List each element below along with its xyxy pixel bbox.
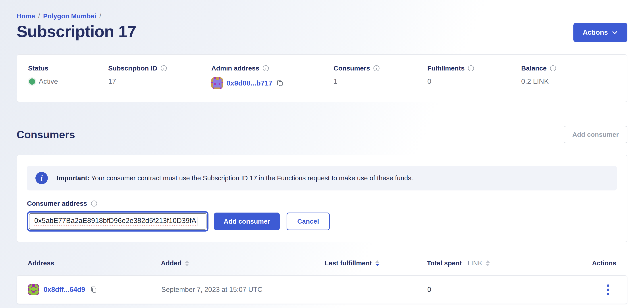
info-icon[interactable] xyxy=(262,65,269,72)
consumer-table-row: 0x8dff...64d9 September 7, 2023 at 15:07… xyxy=(16,275,628,304)
subscription-id-value: 17 xyxy=(108,77,116,86)
sort-icon-active-desc xyxy=(375,260,379,266)
consumer-address-label-text: Consumer address xyxy=(27,200,87,207)
notice-text: Important: Your consumer contract must u… xyxy=(57,174,413,182)
column-header-actions-label: Actions xyxy=(592,259,616,267)
overview-grid: Status Active Subscription ID 17 Admin a… xyxy=(28,64,616,89)
actions-button-label: Actions xyxy=(583,28,608,36)
consumer-address-label: Consumer address xyxy=(27,200,617,207)
consumer-address-input[interactable]: 0x5abE77Ba2aE8918bfD96e2e382d5f213f10D39… xyxy=(29,213,206,230)
info-icon[interactable] xyxy=(91,200,97,207)
status-label: Status xyxy=(28,64,108,72)
column-header-address-label: Address xyxy=(28,259,54,267)
consumer-address-input-value: 0x5abE77Ba2aE8918bfD96e2e382d5f213f10D39… xyxy=(34,217,196,226)
info-icon[interactable] xyxy=(373,65,380,72)
copy-icon[interactable] xyxy=(276,79,284,87)
balance-value: 0.2 LINK xyxy=(521,77,549,86)
breadcrumb: Home / Polygon Mumbai / xyxy=(16,12,628,20)
status-value-text: Active xyxy=(39,77,58,86)
notice-bold-text: Important: xyxy=(57,174,90,182)
copy-icon[interactable] xyxy=(90,286,98,294)
consumer-address-cell: 0x8dff...64d9 xyxy=(28,284,161,295)
column-header-address: Address xyxy=(28,259,161,267)
subscription-id-label: Subscription ID xyxy=(108,64,157,72)
overview-field-balance: Balance 0.2 LINK xyxy=(521,64,616,89)
consumer-added-cell: September 7, 2023 at 15:07 UTC xyxy=(161,286,325,294)
column-header-last-fulfillment-label: Last fulfillment xyxy=(325,259,372,267)
info-icon[interactable] xyxy=(160,65,167,72)
header-row: Subscription 17 Actions xyxy=(16,22,628,42)
consumers-section-title: Consumers xyxy=(16,129,75,141)
consumers-label: Consumers xyxy=(334,64,370,72)
page: Home / Polygon Mumbai / Subscription 17 … xyxy=(16,0,628,304)
column-header-total-spent-label: Total spent xyxy=(427,259,462,267)
add-consumer-top-button[interactable]: Add consumer xyxy=(564,126,628,143)
kebab-menu-icon[interactable] xyxy=(606,283,610,297)
overview-field-consumers: Consumers 1 xyxy=(334,64,427,89)
admin-identicon-avatar xyxy=(211,77,223,89)
status-label-text: Status xyxy=(28,64,48,72)
add-consumer-submit-button[interactable]: Add consumer xyxy=(214,213,280,230)
consumer-total-spent-cell: 0 xyxy=(427,286,571,294)
column-header-last-fulfillment[interactable]: Last fulfillment xyxy=(325,259,427,267)
consumers-section-header: Consumers Add consumer xyxy=(16,126,628,143)
important-notice-banner: i Important: Your consumer contract must… xyxy=(27,166,617,190)
actions-button[interactable]: Actions xyxy=(574,23,628,42)
column-header-added-label: Added xyxy=(161,259,182,267)
cancel-button[interactable]: Cancel xyxy=(286,213,330,230)
consumer-identicon-avatar xyxy=(28,284,39,295)
status-value: Active xyxy=(28,77,108,86)
admin-address-label: Admin address xyxy=(211,64,259,72)
fulfillments-count: 0 xyxy=(427,77,431,86)
info-circle-icon: i xyxy=(36,172,48,184)
column-header-actions: Actions xyxy=(571,259,616,267)
admin-address-link[interactable]: 0x9d08...b717 xyxy=(226,79,272,87)
page-title: Subscription 17 xyxy=(16,22,136,41)
balance-label: Balance xyxy=(521,64,547,72)
fulfillments-label: Fulfillments xyxy=(427,64,464,72)
overview-field-subscription-id: Subscription ID 17 xyxy=(108,64,211,89)
consumer-actions-cell xyxy=(571,283,616,297)
status-active-dot-icon xyxy=(29,78,35,85)
consumer-address-input-focus-ring: 0x5abE77Ba2aE8918bfD96e2e382d5f213f10D39… xyxy=(27,211,208,232)
overview-field-fulfillments: Fulfillments 0 xyxy=(427,64,521,89)
breadcrumb-home-link[interactable]: Home xyxy=(16,12,35,20)
info-icon[interactable] xyxy=(468,65,474,72)
sort-icon xyxy=(185,260,189,266)
breadcrumb-network-link[interactable]: Polygon Mumbai xyxy=(43,12,96,20)
consumers-count: 1 xyxy=(334,77,338,86)
column-header-link-unit: LINK xyxy=(468,259,482,267)
column-header-added[interactable]: Added xyxy=(161,259,325,267)
consumer-address-form-row: 0x5abE77Ba2aE8918bfD96e2e382d5f213f10D39… xyxy=(27,211,617,232)
breadcrumb-separator: / xyxy=(99,12,101,20)
overview-field-admin-address: Admin address xyxy=(211,64,334,89)
consumers-table-header: Address Added Last fulfillment Total spe… xyxy=(16,259,628,267)
subscription-overview-card: Status Active Subscription ID 17 Admin a… xyxy=(16,54,628,102)
text-caret xyxy=(197,217,198,226)
consumer-last-fulfillment-cell: - xyxy=(325,286,427,294)
breadcrumb-separator: / xyxy=(38,12,40,20)
column-header-total-spent[interactable]: Total spent LINK xyxy=(427,259,571,267)
overview-field-status: Status Active xyxy=(28,64,108,89)
info-icon[interactable] xyxy=(550,65,556,72)
add-consumer-card: i Important: Your consumer contract must… xyxy=(16,155,628,242)
chevron-down-icon xyxy=(612,29,618,36)
consumer-address-link[interactable]: 0x8dff...64d9 xyxy=(44,286,85,294)
sort-icon xyxy=(486,260,490,266)
notice-rest-text: Your consumer contract must use the Subs… xyxy=(90,174,413,182)
